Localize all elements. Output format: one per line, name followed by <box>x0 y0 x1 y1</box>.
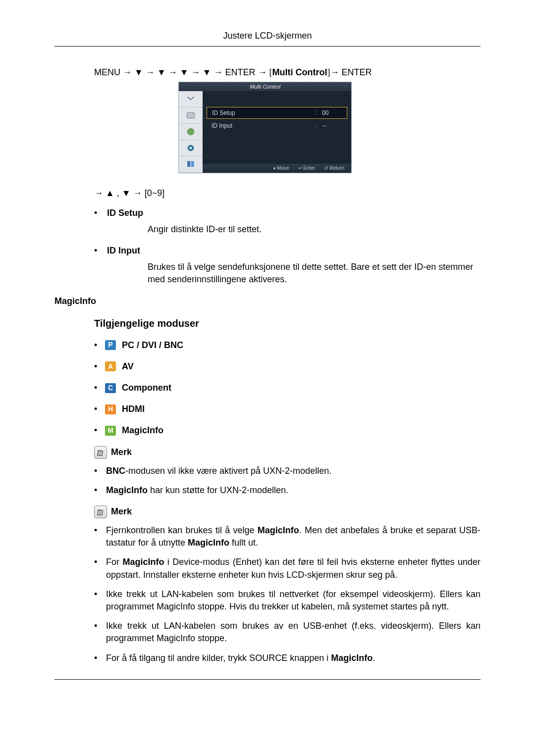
osd-icon-picture <box>179 107 203 124</box>
osd-footer-enter: ↵ Enter <box>298 165 316 172</box>
osd-row-id-input[interactable]: ID Input : -- <box>203 120 351 132</box>
svg-point-3 <box>190 147 192 150</box>
mode-hdmi: • H HDMI <box>94 403 481 415</box>
note-header-2: Merk <box>94 505 481 518</box>
svg-rect-0 <box>187 113 195 119</box>
note2-item4: • Ikke trekk ut LAN-kabelen som brukes a… <box>94 620 481 645</box>
osd-footer-return: ↺ Return <box>324 165 344 172</box>
note-header-1: Merk <box>94 446 481 459</box>
note-icon <box>94 505 107 518</box>
mode-magicinfo: • M MagicInfo <box>94 424 481 437</box>
path-menu: MENU <box>94 66 120 79</box>
range-note: → ▲ , ▼ → [0~9] <box>94 187 481 200</box>
osd-multi-control: Multi Control ID Setup : 00 <box>178 82 352 173</box>
mode-av: • A AV <box>94 360 481 373</box>
header-rule <box>54 46 481 47</box>
note2-item5: • For å få tilgang til andre kilder, try… <box>94 652 481 664</box>
bullet-id-setup: • ID Setup <box>94 207 481 219</box>
bullet-id-input: • ID Input <box>94 245 481 257</box>
osd-title: Multi Control <box>179 82 351 91</box>
path-enter: ENTER <box>225 66 255 79</box>
path-multi-control: Multi Control <box>272 66 327 79</box>
osd-icon-multi <box>179 156 203 173</box>
osd-footer-move: ♦ Move <box>273 165 289 172</box>
path-enter-2: ENTER <box>342 66 372 79</box>
badge-m-icon: M <box>105 426 116 436</box>
svg-point-1 <box>187 129 194 135</box>
note-icon <box>94 446 107 459</box>
osd-icon-setup <box>179 140 203 156</box>
osd-sidebar <box>179 91 203 173</box>
page-header: Justere LCD-skjermen <box>54 30 481 42</box>
note2-item2: • For MagicInfo i Device-modus (Enhet) k… <box>94 556 481 581</box>
svg-rect-4 <box>187 161 190 167</box>
mode-list: • P PC / DVI / BNC • A AV • C Component … <box>94 339 481 437</box>
id-setup-desc: Angir distinkte ID-er til settet. <box>148 223 481 236</box>
id-input-desc: Brukes til å velge sendefunksjonene til … <box>148 261 481 286</box>
note2-item3: • Ikke trekk ut LAN-kabelen som brukes t… <box>94 588 481 613</box>
badge-a-icon: A <box>105 361 116 371</box>
section-magicinfo: MagicInfo <box>54 295 481 307</box>
svg-rect-5 <box>191 161 194 167</box>
note2-item1: • Fjernkontrollen kan brukes til å velge… <box>94 524 481 549</box>
sub-available-modes: Tilgjengelige moduser <box>94 316 481 330</box>
badge-p-icon: P <box>105 340 116 350</box>
mode-pc-dvi-bnc: • P PC / DVI / BNC <box>94 339 481 352</box>
footer-rule <box>54 679 481 680</box>
osd-footer: ♦ Move ↵ Enter ↺ Return <box>203 164 351 173</box>
mode-component: • C Component <box>94 382 481 394</box>
badge-c-icon: C <box>105 383 116 393</box>
badge-h-icon: H <box>105 404 116 414</box>
note1-item2: • MagicInfo har kun støtte for UXN-2-mod… <box>94 484 481 497</box>
note1-item1: • BNC-modusen vil ikke være aktivert på … <box>94 465 481 477</box>
osd-icon-input <box>179 91 203 107</box>
osd-row-id-setup[interactable]: ID Setup : 00 <box>207 107 347 119</box>
osd-icon-sound <box>179 124 203 140</box>
menu-path: MENU → ▼ → ▼ → ▼ → ▼ → ENTER → [ Multi C… <box>94 66 481 79</box>
